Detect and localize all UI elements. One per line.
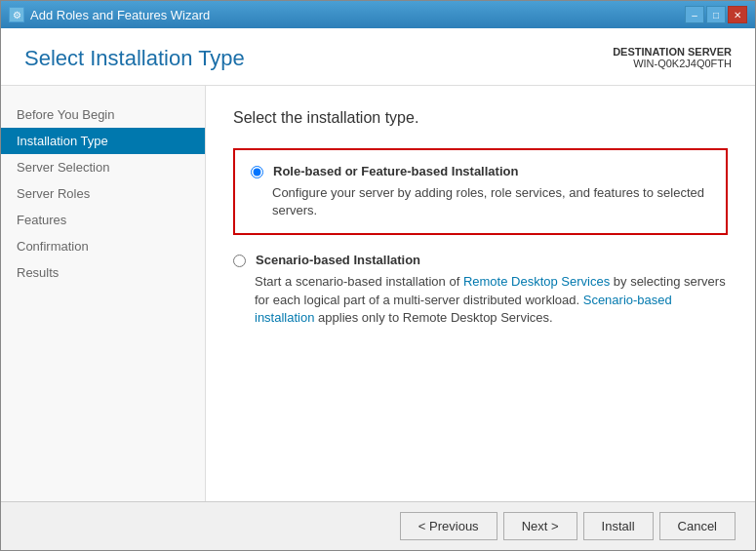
sidebar-item-confirmation[interactable]: Confirmation: [1, 233, 205, 259]
option2-desc-part1: Start a scenario-based installation of: [255, 274, 463, 289]
option1-row: Role-based or Feature-based Installation: [251, 164, 710, 178]
dest-name: WIN-Q0K2J4Q0FTH: [613, 58, 732, 69]
wizard-title: Select Installation Type: [24, 46, 245, 71]
title-bar-left: ⚙ Add Roles and Features Wizard: [9, 7, 210, 22]
option2-section: Scenario-based Installation Start a scen…: [233, 253, 728, 327]
option2-label: Scenario-based Installation: [256, 253, 420, 267]
option1-label: Role-based or Feature-based Installation: [273, 164, 518, 178]
destination-server-info: DESTINATION SERVER WIN-Q0K2J4Q0FTH: [613, 46, 732, 69]
option2-desc-part3: applies only to Remote Desktop Services.: [314, 310, 552, 325]
option1-desc: Configure your server by adding roles, r…: [272, 184, 710, 219]
sidebar-item-before-you-begin[interactable]: Before You Begin: [1, 101, 205, 128]
previous-button[interactable]: < Previous: [400, 512, 497, 540]
cancel-button[interactable]: Cancel: [659, 512, 736, 540]
sidebar-item-server-roles[interactable]: Server Roles: [1, 180, 205, 207]
maximize-button[interactable]: □: [706, 6, 726, 23]
sidebar-item-features[interactable]: Features: [1, 207, 205, 233]
wizard-body: Before You Begin Installation Type Serve…: [1, 86, 755, 501]
minimize-button[interactable]: –: [685, 6, 704, 23]
option1-box[interactable]: Role-based or Feature-based Installation…: [233, 148, 728, 235]
window-title: Add Roles and Features Wizard: [30, 8, 210, 22]
title-bar: ⚙ Add Roles and Features Wizard – □ ✕: [1, 1, 755, 28]
option2-desc: Start a scenario-based installation of R…: [255, 273, 728, 327]
install-button[interactable]: Install: [583, 512, 654, 540]
dest-label: DESTINATION SERVER: [613, 46, 732, 58]
sidebar-item-server-selection[interactable]: Server Selection: [1, 154, 205, 180]
option2-desc-link[interactable]: Remote Desktop Services: [463, 274, 610, 289]
sidebar-item-results[interactable]: Results: [1, 259, 205, 286]
wizard-window: ⚙ Add Roles and Features Wizard – □ ✕ Se…: [0, 0, 756, 551]
wizard-footer: < Previous Next > Install Cancel: [1, 501, 755, 550]
wizard-header: Select Installation Type DESTINATION SER…: [1, 28, 755, 86]
window-controls: – □ ✕: [685, 6, 747, 23]
panel-heading: Select the installation type.: [233, 109, 728, 127]
option2-radio[interactable]: [233, 255, 246, 267]
option2-row: Scenario-based Installation: [233, 253, 728, 267]
sidebar-item-installation-type[interactable]: Installation Type: [1, 128, 205, 154]
content-area: Select Installation Type DESTINATION SER…: [1, 28, 755, 550]
option1-radio[interactable]: [251, 166, 263, 178]
next-button[interactable]: Next >: [503, 512, 577, 540]
app-icon: ⚙: [9, 7, 24, 22]
main-panel: Select the installation type. Role-based…: [206, 86, 755, 501]
close-button[interactable]: ✕: [728, 6, 747, 23]
sidebar: Before You Begin Installation Type Serve…: [1, 86, 206, 501]
